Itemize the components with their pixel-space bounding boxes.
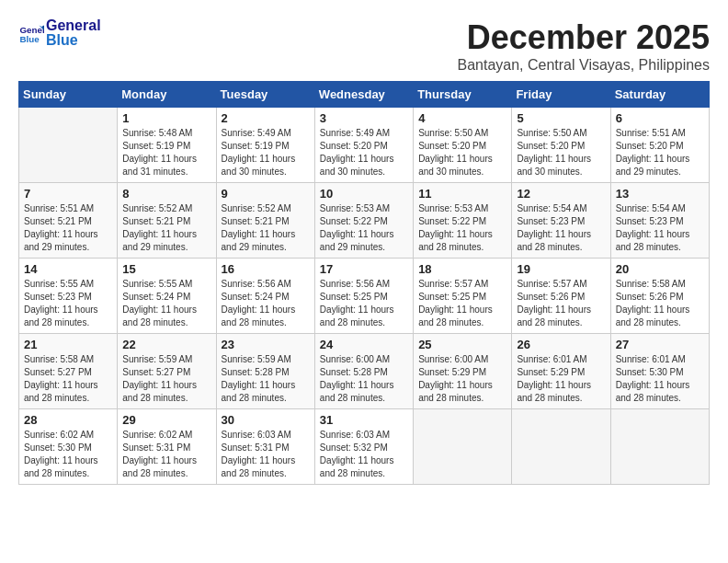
month-title: December 2025 — [457, 18, 710, 57]
day-info: Sunrise: 5:50 AM Sunset: 5:20 PM Dayligh… — [517, 127, 605, 178]
day-number: 14 — [24, 262, 112, 276]
day-number: 13 — [616, 187, 704, 201]
day-info: Sunrise: 5:59 AM Sunset: 5:27 PM Dayligh… — [122, 353, 210, 405]
day-number: 8 — [122, 187, 210, 201]
calendar-cell — [19, 108, 118, 183]
day-number: 5 — [517, 111, 605, 125]
day-number: 16 — [222, 262, 310, 276]
calendar-cell: 22Sunrise: 5:59 AM Sunset: 5:27 PM Dayli… — [118, 334, 216, 409]
calendar-week-row: 21Sunrise: 5:58 AM Sunset: 5:27 PM Dayli… — [19, 334, 710, 409]
day-info: Sunrise: 6:02 AM Sunset: 5:31 PM Dayligh… — [122, 429, 210, 480]
day-number: 29 — [122, 413, 210, 427]
day-number: 17 — [320, 262, 408, 276]
day-number: 28 — [24, 413, 112, 427]
weekday-header: Wednesday — [314, 82, 413, 108]
day-number: 2 — [222, 111, 310, 125]
day-info: Sunrise: 6:02 AM Sunset: 5:30 PM Dayligh… — [24, 429, 112, 480]
weekday-header: Monday — [118, 82, 216, 108]
day-number: 25 — [418, 338, 506, 351]
day-number: 6 — [616, 111, 704, 125]
day-info: Sunrise: 5:49 AM Sunset: 5:20 PM Dayligh… — [320, 127, 408, 178]
day-info: Sunrise: 5:58 AM Sunset: 5:26 PM Dayligh… — [616, 278, 704, 329]
weekday-header-row: SundayMondayTuesdayWednesdayThursdayFrid… — [19, 82, 710, 108]
calendar-week-row: 1Sunrise: 5:48 AM Sunset: 5:19 PM Daylig… — [19, 108, 710, 183]
day-number: 10 — [320, 187, 408, 201]
day-info: Sunrise: 6:03 AM Sunset: 5:32 PM Dayligh… — [320, 429, 408, 480]
day-number: 30 — [222, 413, 310, 427]
calendar-cell — [610, 409, 709, 485]
calendar-cell: 10Sunrise: 5:53 AM Sunset: 5:22 PM Dayli… — [314, 183, 413, 259]
day-number: 22 — [122, 338, 210, 351]
day-info: Sunrise: 5:49 AM Sunset: 5:19 PM Dayligh… — [222, 127, 310, 178]
day-number: 11 — [418, 187, 506, 201]
day-number: 23 — [222, 338, 310, 351]
day-info: Sunrise: 5:50 AM Sunset: 5:20 PM Dayligh… — [418, 127, 506, 178]
calendar-cell — [414, 409, 512, 485]
day-info: Sunrise: 6:01 AM Sunset: 5:30 PM Dayligh… — [616, 353, 704, 405]
page-header: General Blue General Blue December 2025 … — [18, 18, 710, 74]
calendar-cell: 24Sunrise: 6:00 AM Sunset: 5:28 PM Dayli… — [314, 334, 413, 409]
day-number: 20 — [616, 262, 704, 276]
calendar-cell: 30Sunrise: 6:03 AM Sunset: 5:31 PM Dayli… — [216, 409, 314, 485]
day-info: Sunrise: 5:53 AM Sunset: 5:22 PM Dayligh… — [418, 202, 506, 254]
weekday-header: Tuesday — [216, 82, 314, 108]
calendar-cell: 16Sunrise: 5:56 AM Sunset: 5:24 PM Dayli… — [216, 259, 314, 334]
day-info: Sunrise: 5:53 AM Sunset: 5:22 PM Dayligh… — [320, 202, 408, 254]
logo: General Blue General Blue — [18, 18, 101, 48]
day-number: 19 — [517, 262, 605, 276]
day-info: Sunrise: 5:59 AM Sunset: 5:28 PM Dayligh… — [222, 353, 310, 405]
weekday-header: Saturday — [610, 82, 709, 108]
day-number: 21 — [24, 338, 112, 351]
day-info: Sunrise: 5:54 AM Sunset: 5:23 PM Dayligh… — [517, 202, 605, 254]
calendar-week-row: 7Sunrise: 5:51 AM Sunset: 5:21 PM Daylig… — [19, 183, 710, 259]
calendar-cell: 8Sunrise: 5:52 AM Sunset: 5:21 PM Daylig… — [118, 183, 216, 259]
calendar-cell: 3Sunrise: 5:49 AM Sunset: 5:20 PM Daylig… — [314, 108, 413, 183]
day-number: 24 — [320, 338, 408, 351]
day-info: Sunrise: 5:55 AM Sunset: 5:24 PM Dayligh… — [122, 278, 210, 329]
day-info: Sunrise: 5:52 AM Sunset: 5:21 PM Dayligh… — [222, 202, 310, 254]
day-number: 3 — [320, 111, 408, 125]
day-info: Sunrise: 5:56 AM Sunset: 5:25 PM Dayligh… — [320, 278, 408, 329]
calendar-cell: 21Sunrise: 5:58 AM Sunset: 5:27 PM Dayli… — [19, 334, 118, 409]
location-title: Bantayan, Central Visayas, Philippines — [457, 57, 710, 74]
calendar-table: SundayMondayTuesdayWednesdayThursdayFrid… — [18, 81, 710, 485]
weekday-header: Thursday — [414, 82, 512, 108]
calendar-cell: 23Sunrise: 5:59 AM Sunset: 5:28 PM Dayli… — [216, 334, 314, 409]
calendar-cell: 29Sunrise: 6:02 AM Sunset: 5:31 PM Dayli… — [118, 409, 216, 485]
calendar-cell: 20Sunrise: 5:58 AM Sunset: 5:26 PM Dayli… — [610, 259, 709, 334]
day-number: 15 — [122, 262, 210, 276]
logo-blue: Blue — [46, 33, 101, 48]
day-info: Sunrise: 5:58 AM Sunset: 5:27 PM Dayligh… — [24, 353, 112, 405]
weekday-header: Friday — [512, 82, 610, 108]
day-number: 26 — [517, 338, 605, 351]
calendar-cell: 1Sunrise: 5:48 AM Sunset: 5:19 PM Daylig… — [118, 108, 216, 183]
day-info: Sunrise: 6:00 AM Sunset: 5:28 PM Dayligh… — [320, 353, 408, 405]
day-info: Sunrise: 5:55 AM Sunset: 5:23 PM Dayligh… — [24, 278, 112, 329]
calendar-cell: 18Sunrise: 5:57 AM Sunset: 5:25 PM Dayli… — [414, 259, 512, 334]
day-info: Sunrise: 6:01 AM Sunset: 5:29 PM Dayligh… — [517, 353, 605, 405]
day-info: Sunrise: 5:57 AM Sunset: 5:25 PM Dayligh… — [418, 278, 506, 329]
calendar-cell: 26Sunrise: 6:01 AM Sunset: 5:29 PM Dayli… — [512, 334, 610, 409]
calendar-cell: 31Sunrise: 6:03 AM Sunset: 5:32 PM Dayli… — [314, 409, 413, 485]
calendar-cell: 25Sunrise: 6:00 AM Sunset: 5:29 PM Dayli… — [414, 334, 512, 409]
calendar-week-row: 14Sunrise: 5:55 AM Sunset: 5:23 PM Dayli… — [19, 259, 710, 334]
logo-icon: General Blue — [18, 20, 44, 46]
day-info: Sunrise: 5:52 AM Sunset: 5:21 PM Dayligh… — [122, 202, 210, 254]
calendar-cell: 28Sunrise: 6:02 AM Sunset: 5:30 PM Dayli… — [19, 409, 118, 485]
title-block: December 2025 Bantayan, Central Visayas,… — [457, 18, 710, 74]
day-info: Sunrise: 5:51 AM Sunset: 5:20 PM Dayligh… — [616, 127, 704, 178]
calendar-cell: 9Sunrise: 5:52 AM Sunset: 5:21 PM Daylig… — [216, 183, 314, 259]
day-info: Sunrise: 5:57 AM Sunset: 5:26 PM Dayligh… — [517, 278, 605, 329]
day-number: 31 — [320, 413, 408, 427]
day-number: 12 — [517, 187, 605, 201]
calendar-cell: 11Sunrise: 5:53 AM Sunset: 5:22 PM Dayli… — [414, 183, 512, 259]
calendar-cell: 14Sunrise: 5:55 AM Sunset: 5:23 PM Dayli… — [19, 259, 118, 334]
day-number: 1 — [122, 111, 210, 125]
svg-text:Blue: Blue — [19, 34, 40, 44]
calendar-cell — [512, 409, 610, 485]
calendar-cell: 15Sunrise: 5:55 AM Sunset: 5:24 PM Dayli… — [118, 259, 216, 334]
calendar-cell: 27Sunrise: 6:01 AM Sunset: 5:30 PM Dayli… — [610, 334, 709, 409]
calendar-cell: 5Sunrise: 5:50 AM Sunset: 5:20 PM Daylig… — [512, 108, 610, 183]
calendar-cell: 17Sunrise: 5:56 AM Sunset: 5:25 PM Dayli… — [314, 259, 413, 334]
day-number: 7 — [24, 187, 112, 201]
